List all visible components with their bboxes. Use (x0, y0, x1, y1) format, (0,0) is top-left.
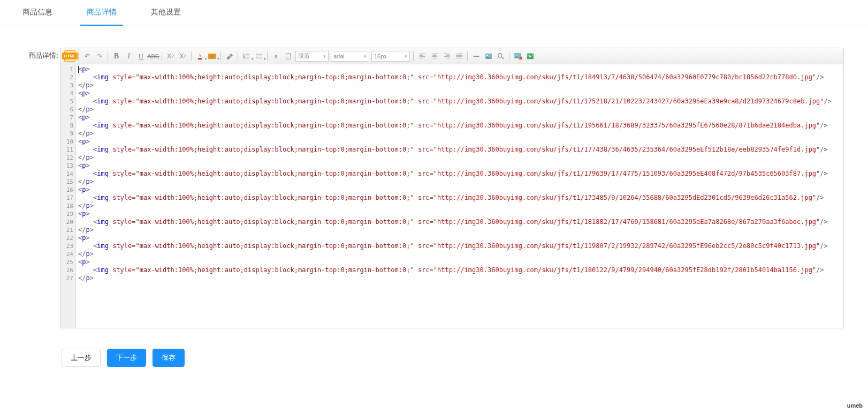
separator (413, 51, 414, 61)
svg-point-2 (255, 57, 256, 58)
svg-point-0 (255, 54, 256, 55)
svg-point-5 (486, 54, 488, 56)
redo-button[interactable]: ↷ (94, 50, 105, 62)
align-left-button[interactable] (416, 50, 428, 62)
line-gutter: 1234567891011121314151617181920212223242… (61, 64, 76, 328)
video-icon (527, 52, 534, 60)
forecolor-button[interactable]: A▾ (194, 50, 205, 62)
tab-other-settings[interactable]: 其他设置 (144, 0, 187, 26)
svg-point-6 (498, 53, 501, 57)
unlink-icon (285, 52, 292, 60)
separator (191, 51, 192, 61)
separator (220, 51, 221, 61)
source-button[interactable]: HTML (64, 50, 75, 62)
underline-button[interactable]: U (135, 50, 147, 62)
image-icon (485, 52, 492, 60)
eraser-icon (226, 52, 233, 60)
tabs-nav: 商品信息 商品详情 其他设置 (0, 0, 868, 26)
separator (78, 51, 79, 61)
align-center-icon (431, 52, 438, 60)
separator (108, 51, 108, 61)
italic-button[interactable]: I (123, 50, 134, 62)
button-row: 上一步 下一步 保存 (0, 339, 868, 377)
svg-rect-15 (532, 56, 533, 57)
svg-rect-14 (532, 55, 533, 56)
undo-button[interactable]: ↶ (81, 50, 93, 62)
detail-label: 商品详情: (24, 48, 60, 328)
separator (467, 51, 468, 61)
upload-image-button[interactable] (512, 50, 523, 62)
bold-button[interactable]: B (111, 50, 122, 62)
ol-icon (243, 52, 250, 60)
separator (509, 51, 509, 61)
subscript-button[interactable]: X2 (177, 50, 188, 62)
ul-icon (255, 52, 263, 60)
unordered-list-button[interactable]: ▾ (253, 50, 264, 62)
align-right-icon (443, 52, 451, 60)
align-justify-button[interactable] (453, 50, 465, 62)
horizontal-rule-button[interactable] (470, 50, 482, 62)
svg-rect-11 (527, 55, 528, 56)
editor-toolbar: HTML ↶ ↷ B I U ABC X2 X2 A▾ ab▾ ▾ (61, 48, 843, 64)
strikethrough-button[interactable]: ABC (148, 50, 159, 62)
clear-format-button[interactable] (224, 50, 235, 62)
upload-image-icon (514, 52, 522, 60)
paragraph-select[interactable]: 段落 (295, 51, 329, 62)
tab-product-info[interactable]: 商品信息 (16, 0, 59, 26)
rich-editor: HTML ↶ ↷ B I U ABC X2 X2 A▾ ab▾ ▾ (60, 48, 844, 328)
align-justify-icon (455, 52, 463, 60)
separator (238, 51, 238, 61)
svg-point-1 (255, 55, 256, 56)
ordered-list-button[interactable]: ▾ (241, 50, 252, 62)
content-area: 商品详情: HTML ↶ ↷ B I U ABC X2 X2 A▾ ab▾ (0, 26, 868, 339)
fontfamily-select[interactable]: arial (331, 51, 369, 62)
separator (267, 51, 268, 61)
fontsize-select[interactable]: 16px (371, 51, 410, 62)
svg-rect-13 (532, 54, 533, 54)
html-icon: HTML (62, 52, 77, 59)
code-editor-area[interactable]: 1234567891011121314151617181920212223242… (61, 64, 843, 328)
upload-video-button[interactable] (524, 50, 536, 62)
tab-product-detail[interactable]: 商品详情 (80, 0, 123, 26)
svg-rect-10 (527, 54, 528, 54)
align-right-button[interactable] (441, 50, 452, 62)
unlink-button[interactable] (283, 50, 294, 62)
align-left-icon (418, 52, 426, 60)
next-button[interactable]: 下一步 (107, 349, 146, 367)
superscript-button[interactable]: X2 (165, 50, 176, 62)
code-content[interactable]: <p><img style="max-width:100%;height:aut… (76, 64, 843, 328)
svg-rect-12 (527, 56, 528, 57)
svg-rect-3 (286, 53, 290, 59)
align-center-button[interactable] (429, 50, 440, 62)
separator (162, 51, 162, 61)
svg-point-8 (515, 54, 516, 55)
prev-button[interactable]: 上一步 (62, 349, 101, 367)
link-button[interactable]: a (270, 50, 281, 62)
magnifier-icon (497, 52, 505, 60)
preview-button[interactable] (495, 50, 506, 62)
hr-icon (473, 52, 480, 60)
save-button[interactable]: 保存 (153, 349, 185, 367)
backcolor-button[interactable]: ab▾ (207, 50, 218, 62)
image-button[interactable] (483, 50, 494, 62)
